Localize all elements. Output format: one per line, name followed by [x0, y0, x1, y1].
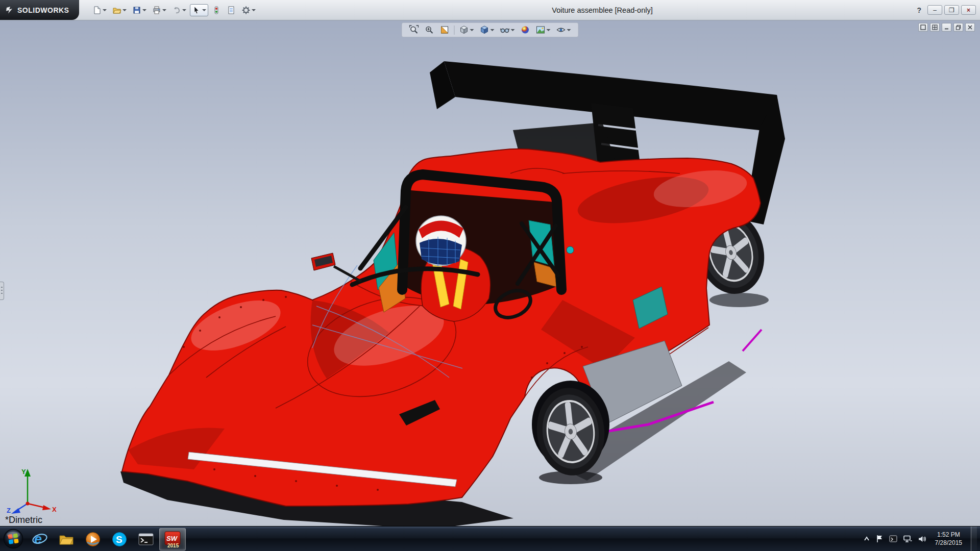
rebuild-icon: [212, 6, 221, 15]
chevron-down-icon[interactable]: [103, 9, 107, 11]
open-folder-icon: [112, 6, 121, 15]
graphics-viewport[interactable]: Y X Z *Dimetric: [0, 20, 980, 526]
fullscreen-icon[interactable]: [918, 23, 928, 32]
network-icon[interactable]: [903, 535, 912, 543]
toolbar-separator: [454, 26, 455, 35]
undo-icon: [172, 6, 181, 15]
chevron-down-icon[interactable]: [511, 29, 515, 31]
skype-icon: S: [111, 531, 128, 548]
chevron-down-icon[interactable]: [202, 9, 206, 11]
sensor-dot: [567, 246, 574, 254]
close-button[interactable]: ×: [961, 5, 976, 15]
taskbar-clock[interactable]: 1:52 PM 7/28/2015: [932, 531, 965, 547]
chevron-down-icon[interactable]: [470, 29, 474, 31]
side-mirror[interactable]: [311, 253, 361, 282]
help-button[interactable]: ?: [913, 6, 925, 14]
clock-date: 7/28/2015: [935, 539, 962, 547]
print-button[interactable]: [150, 4, 168, 16]
taskbar-item-media-player[interactable]: [80, 528, 106, 550]
minimize-button[interactable]: –: [927, 5, 942, 15]
panel-splitter-handle[interactable]: [0, 282, 4, 300]
view-settings-button[interactable]: [555, 24, 572, 35]
internet-explorer-icon: e: [31, 531, 48, 548]
save-button[interactable]: [130, 4, 149, 16]
open-button[interactable]: [110, 4, 129, 16]
maximize-button[interactable]: ❐: [944, 5, 959, 15]
quick-access-toolbar: [90, 4, 258, 16]
brand-text: SOLIDWORKS: [17, 6, 69, 14]
select-button[interactable]: [190, 4, 208, 16]
clock-time: 1:52 PM: [935, 531, 962, 539]
action-center-flag-icon[interactable]: [876, 535, 884, 543]
hide-show-items-button[interactable]: [499, 24, 516, 35]
taskbar-item-skype[interactable]: S: [106, 528, 133, 550]
caption-controls: ? – ❐ ×: [913, 0, 976, 20]
media-player-icon: [84, 531, 102, 548]
edit-appearance-button[interactable]: [520, 24, 531, 35]
gear-icon: [241, 6, 251, 15]
view-orientation-cube-icon: [459, 25, 469, 35]
taskbar-item-internet-explorer[interactable]: e: [27, 528, 53, 550]
console-window-tray-icon[interactable]: [889, 535, 897, 542]
options-button[interactable]: [239, 4, 258, 16]
view-orientation-label: *Dimetric: [5, 515, 42, 525]
zoom-to-fit-icon: [409, 25, 419, 35]
race-car-model[interactable]: [120, 61, 785, 526]
volume-icon[interactable]: [918, 535, 926, 543]
window-title: Voiture assemblee [Read-only]: [552, 0, 652, 20]
z-axis-label: Z: [7, 507, 11, 514]
taskbar-item-command-prompt[interactable]: [133, 528, 159, 550]
section-view-button[interactable]: [439, 24, 451, 35]
solidworks-logo-icon: [5, 6, 14, 14]
scene-icon: [536, 25, 546, 35]
start-button[interactable]: [0, 527, 27, 551]
file-properties-icon: [227, 6, 236, 15]
rear-wheel-shadow: [709, 293, 769, 307]
save-icon: [132, 6, 141, 15]
file-properties-button[interactable]: [225, 4, 238, 16]
taskbar-item-solidworks[interactable]: SW 2015: [159, 528, 186, 550]
chevron-down-icon[interactable]: [547, 29, 551, 31]
new-document-icon: [92, 6, 102, 15]
folder-icon: [58, 531, 75, 548]
3d-scene[interactable]: [0, 20, 980, 526]
glasses-icon: [500, 25, 510, 35]
chevron-down-icon[interactable]: [122, 9, 127, 11]
undo-button[interactable]: [170, 4, 188, 16]
chevron-down-icon[interactable]: [162, 9, 166, 11]
new-document-button[interactable]: [90, 4, 109, 16]
apply-scene-button[interactable]: [535, 24, 552, 35]
rebuild-button[interactable]: [210, 4, 223, 16]
chevron-down-icon[interactable]: [567, 29, 571, 31]
titlebar: SOLIDWORKS: [0, 0, 980, 20]
chevron-down-icon[interactable]: [491, 29, 495, 31]
chevron-down-icon[interactable]: [142, 9, 146, 11]
display-style-icon: [480, 25, 489, 35]
helmet-visor: [420, 239, 462, 265]
chevron-down-icon[interactable]: [252, 9, 256, 11]
desktop-screen: SOLIDWORKS: [0, 0, 980, 551]
restore-doc-button[interactable]: [953, 23, 963, 32]
chevron-down-icon[interactable]: [182, 9, 186, 11]
windows-start-orb-icon: [3, 529, 23, 549]
show-desktop-button[interactable]: [971, 527, 977, 551]
minimize-doc-button[interactable]: [942, 23, 951, 32]
document-window-controls: [918, 23, 975, 32]
show-hidden-icons-button[interactable]: [863, 536, 870, 542]
system-tray: 1:52 PM 7/28/2015: [863, 527, 980, 551]
viewport-panes-icon[interactable]: [930, 23, 940, 32]
zoom-to-area-button[interactable]: [424, 24, 435, 35]
select-cursor-icon: [192, 6, 201, 15]
solidworks-app-icon: SW 2015: [163, 530, 182, 548]
taskbar-item-windows-explorer[interactable]: [53, 528, 80, 550]
y-axis-label: Y: [21, 468, 26, 475]
svg-text:SW: SW: [166, 535, 178, 542]
taskbar: e S: [0, 526, 980, 551]
display-style-button[interactable]: [479, 24, 496, 35]
command-prompt-icon: [137, 531, 155, 548]
zoom-to-fit-button[interactable]: [408, 24, 420, 35]
view-orientation-button[interactable]: [458, 24, 475, 35]
close-doc-button[interactable]: [965, 23, 975, 32]
x-axis-arrow: [42, 505, 51, 510]
zoom-to-area-icon: [425, 25, 434, 35]
